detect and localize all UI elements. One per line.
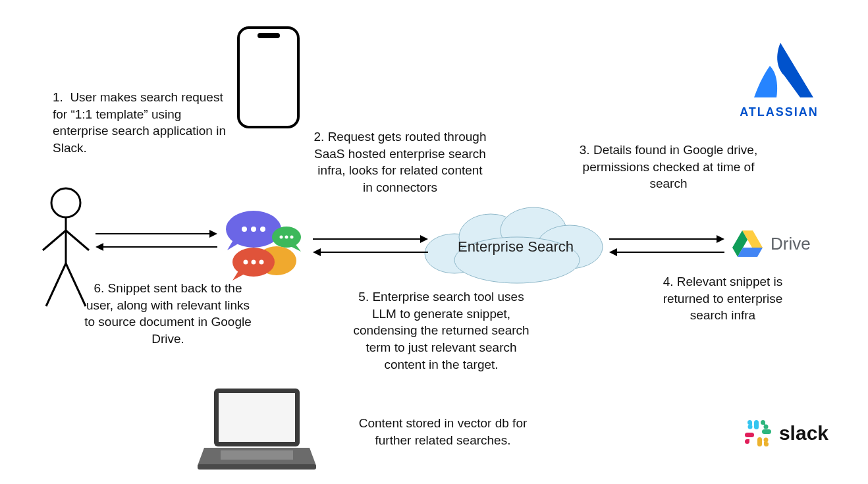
svg-line-4	[46, 263, 66, 306]
step-2-text: 2. Request gets routed through SaaS host…	[313, 128, 487, 196]
svg-rect-9	[221, 450, 293, 460]
step-6-text: 6. Snippet sent back to the user, along …	[82, 280, 254, 348]
atlassian-icon	[740, 40, 819, 99]
drive-icon	[731, 229, 764, 258]
arrow-user-chat	[95, 230, 217, 254]
svg-point-13	[260, 227, 265, 232]
step-5a-text: 5. Enterprise search tool uses LLM to ge…	[349, 288, 533, 373]
svg-point-33	[763, 438, 768, 443]
svg-line-3	[66, 230, 89, 250]
svg-point-22	[259, 260, 264, 265]
arrow-chat-cloud	[313, 236, 428, 259]
step-5b-text: Content stored in vector db for further …	[352, 415, 533, 448]
step-4-text: 4. Relevant snippet is returned to enter…	[649, 273, 797, 324]
laptop-icon	[198, 385, 316, 471]
svg-line-5	[66, 263, 86, 306]
cloud-label: Enterprise Search	[450, 238, 582, 255]
svg-point-0	[51, 188, 80, 217]
smartphone-icon	[237, 26, 300, 128]
svg-point-15	[280, 236, 283, 239]
svg-rect-7	[219, 393, 295, 442]
slack-icon	[744, 419, 773, 448]
svg-point-17	[290, 236, 294, 239]
svg-point-12	[251, 227, 256, 232]
svg-point-11	[242, 227, 247, 232]
svg-rect-8	[198, 464, 316, 470]
atlassian-label: ATLASSIAN	[717, 105, 842, 119]
arrow-cloud-drive	[609, 236, 724, 259]
step-1-text: 1. User makes search request for “1:1 te…	[53, 89, 227, 157]
svg-rect-32	[757, 437, 762, 446]
svg-line-2	[43, 230, 66, 250]
atlassian-logo: ATLASSIAN	[717, 40, 842, 119]
drive-label: Drive	[771, 234, 811, 254]
google-drive-logo: Drive	[731, 224, 843, 263]
chat-bubbles-icon	[221, 209, 306, 282]
svg-rect-28	[754, 420, 759, 429]
svg-point-16	[285, 236, 288, 239]
slack-label: slack	[779, 422, 828, 444]
svg-rect-31	[762, 429, 771, 434]
user-stick-figure-icon	[36, 184, 95, 309]
svg-point-21	[252, 260, 256, 265]
step-3-text: 3. Details found in Google drive, permis…	[573, 142, 764, 192]
svg-point-20	[244, 260, 248, 265]
slack-logo: slack	[744, 419, 828, 448]
